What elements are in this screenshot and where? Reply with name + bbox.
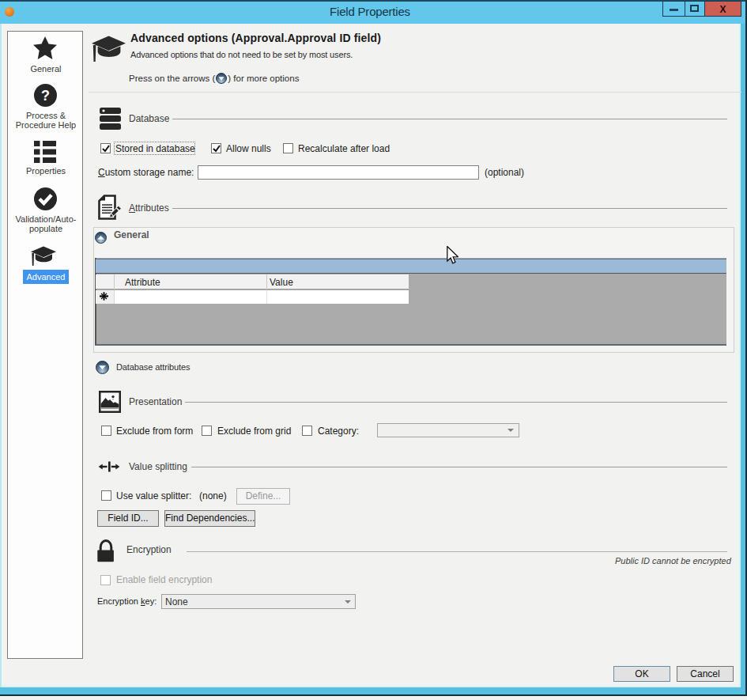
svg-text:?: ? [41,88,50,104]
